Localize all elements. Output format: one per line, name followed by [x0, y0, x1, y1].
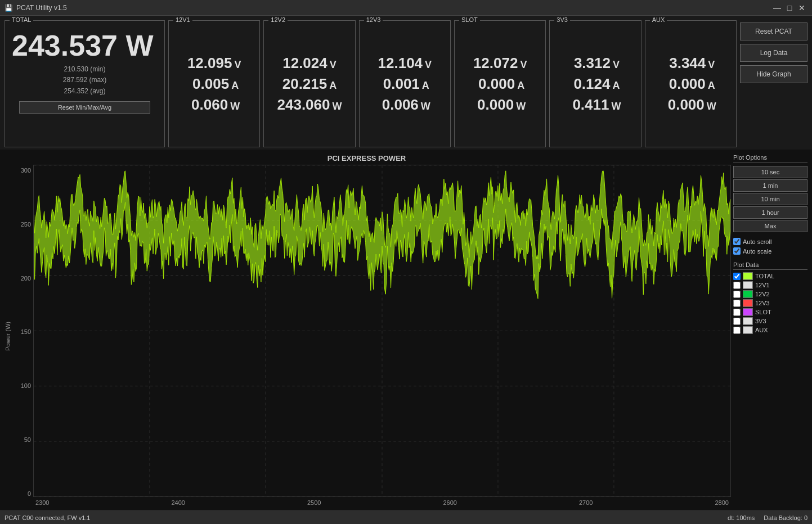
plot-data-row-3v3: 3V3: [733, 317, 807, 325]
statusbar-connection: PCAT C00 connected, FW v1.1: [5, 514, 90, 521]
action-buttons: Reset PCAT Log Data Hide Graph: [740, 20, 807, 147]
auto-scale-label: Auto scale: [743, 248, 771, 255]
channel-power-2: 0.006 W: [379, 96, 430, 114]
plot-btn-1-min[interactable]: 1 min: [733, 179, 807, 192]
chart-canvas: [33, 165, 731, 497]
reset-minmax-button[interactable]: Reset Min/Max/Avg: [19, 101, 150, 114]
channel-label-1: 12V2: [268, 16, 288, 23]
auto-scale-checkbox[interactable]: [733, 247, 741, 255]
channel-current-5: 0.000 A: [666, 75, 715, 93]
plot-data-row-slot: SLOT: [733, 308, 807, 316]
channel-label-5: AUX: [650, 16, 667, 23]
channel-power-3: 0.000 W: [474, 96, 526, 114]
y-axis-label: Power (W): [2, 165, 14, 508]
y-tick: 100: [21, 382, 31, 389]
hide-graph-button[interactable]: Hide Graph: [740, 65, 807, 83]
reset-pcat-button[interactable]: Reset PCAT: [740, 22, 807, 40]
channel-voltage-0: 12.095 V: [187, 55, 241, 72]
plot-data-color-12v3: [743, 299, 753, 307]
channel-voltage-3: 12.072 V: [473, 55, 527, 72]
graph-title: PCI EXPRESS POWER: [2, 152, 731, 165]
channel-panel-slot: SLOT 12.072 V 0.000 A 0.000 W: [454, 20, 546, 147]
channel-panel-aux: AUX 3.344 V 0.000 A 0.000 W: [645, 20, 737, 147]
app-icon: 💾: [5, 4, 13, 12]
auto-scroll-row: Auto scroll: [733, 238, 807, 245]
plot-btn-1-hour[interactable]: 1 hour: [733, 206, 807, 219]
y-tick: 200: [21, 275, 31, 282]
plot-data-row-12v2: 12V2: [733, 290, 807, 298]
plot-data-row-total: TOTAL: [733, 272, 807, 280]
plot-data-section: Plot Data TOTAL12V112V212V3SLOT3V3AUX: [733, 261, 807, 335]
titlebar: 💾 PCAT Utility v1.5 — □ ✕: [0, 0, 812, 16]
y-tick: 300: [21, 167, 31, 174]
plot-data-color-12v1: [743, 281, 753, 289]
log-data-button[interactable]: Log Data: [740, 44, 807, 62]
plot-data-checkbox-12v3[interactable]: [733, 300, 741, 307]
plot-data-items: TOTAL12V112V212V3SLOT3V3AUX: [733, 272, 807, 334]
x-tick: 2700: [579, 499, 593, 506]
plot-btn-10-sec[interactable]: 10 sec: [733, 166, 807, 178]
plot-data-color-slot: [743, 308, 753, 316]
titlebar-controls: — □ ✕: [771, 2, 807, 13]
channel-label-0: 12V1: [173, 16, 192, 23]
statusbar-backlog: Data Backlog: 0: [764, 514, 807, 521]
plot-data-label-slot: SLOT: [755, 309, 771, 315]
total-section-label: TOTAL: [10, 16, 33, 23]
plot-data-label-12v3: 12V3: [755, 300, 770, 306]
statusbar-dt: dt: 100ms: [728, 514, 755, 521]
plot-data-label-3v3: 3V3: [755, 318, 766, 324]
plot-data-label-12v2: 12V2: [755, 291, 770, 297]
total-max: 287.592 (max): [12, 75, 158, 85]
x-tick: 2400: [172, 499, 185, 506]
auto-scroll-checkbox[interactable]: [733, 238, 741, 245]
plot-data-color-3v3: [743, 317, 753, 325]
channel-voltage-1: 12.024 V: [282, 55, 337, 72]
y-axis: 300250200150100500: [14, 165, 33, 508]
plot-btn-10-min[interactable]: 10 min: [733, 193, 807, 205]
channel-voltage-2: 12.104 V: [378, 55, 432, 72]
plot-btn-max[interactable]: Max: [733, 220, 807, 232]
channels-container: 12V1 12.095 V 0.005 A 0.060 W 12V2 12.02…: [168, 20, 737, 147]
plot-buttons: 10 sec1 min10 min1 hourMax: [733, 166, 807, 233]
total-avg: 254.352 (avg): [12, 86, 158, 97]
channel-label-4: 3V3: [554, 16, 570, 23]
plot-data-row-aux: AUX: [733, 326, 807, 334]
chart-wrapper: 230024002500260027002800 Time (s): [33, 165, 731, 508]
channel-power-4: 0.411 W: [569, 96, 621, 114]
y-tick: 150: [21, 328, 31, 335]
power-chart-svg: [34, 165, 730, 496]
plot-data-checkbox-3v3[interactable]: [733, 318, 741, 325]
plot-data-checkbox-12v2[interactable]: [733, 291, 741, 298]
channel-current-0: 0.005 A: [190, 75, 239, 93]
x-tick: 2500: [307, 499, 321, 506]
channel-current-2: 0.001 A: [380, 75, 429, 93]
channel-current-3: 0.000 A: [475, 75, 524, 93]
plot-data-label-aux: AUX: [755, 327, 768, 333]
channel-power-1: 243.060 W: [277, 96, 342, 114]
graph-container: PCI EXPRESS POWER Power (W) 300250200150…: [2, 152, 731, 508]
close-button[interactable]: ✕: [796, 2, 807, 13]
graph-inner: Power (W) 300250200150100500: [2, 165, 731, 508]
x-tick: 2600: [443, 499, 457, 506]
plot-data-checkbox-slot[interactable]: [733, 309, 741, 316]
x-tick: 2800: [715, 499, 729, 506]
y-tick: 0: [28, 490, 31, 497]
auto-scale-row: Auto scale: [733, 247, 807, 255]
channel-current-4: 0.124 A: [571, 75, 620, 93]
plot-data-color-aux: [743, 326, 753, 334]
channel-panel-12v1: 12V1 12.095 V 0.005 A 0.060 W: [168, 20, 260, 147]
plot-data-checkbox-12v1[interactable]: [733, 282, 741, 289]
total-panel: TOTAL 243.537 W 210.530 (min) 287.592 (m…: [5, 20, 165, 147]
plot-data-checkbox-aux[interactable]: [733, 327, 741, 334]
total-watts-display: 243.537 W: [12, 30, 158, 62]
plot-data-checkbox-total[interactable]: [733, 273, 741, 280]
app-title: PCAT Utility v1.5: [16, 4, 67, 12]
channel-power-5: 0.000 W: [665, 96, 716, 114]
minimize-button[interactable]: —: [771, 2, 783, 13]
channel-panel-12v3: 12V3 12.104 V 0.001 A 0.006 W: [359, 20, 451, 147]
plot-options-label: Plot Options: [733, 154, 807, 162]
right-panel: Plot Options 10 sec1 min10 min1 hourMax …: [731, 152, 810, 508]
maximize-button[interactable]: □: [784, 2, 795, 13]
channel-panel-12v2: 12V2 12.024 V 20.215 A 243.060 W: [263, 20, 355, 147]
channel-current-1: 20.215 A: [282, 75, 337, 93]
